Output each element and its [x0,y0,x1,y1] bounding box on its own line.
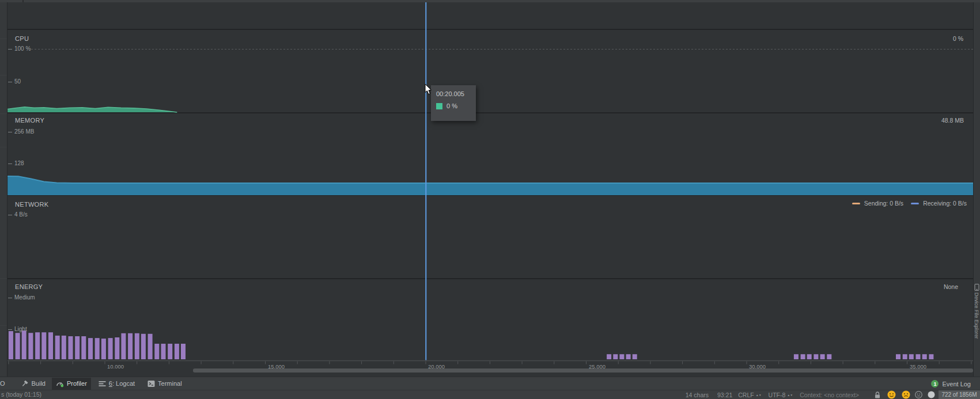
memory-256-tick [8,132,12,132]
energy-section-title[interactable]: ENERGY [15,283,43,290]
timeline-tooltip: 00:20.005 0 % [431,85,476,121]
memory-axis-256: 256 MB [14,128,34,135]
network-4bs-tick [8,215,12,215]
left-strip-separator [0,75,7,75]
left-strip-separator [0,39,7,39]
top-border-strip [0,0,980,2]
energy-axis-medium: Medium [14,294,35,301]
timeline-label-10s: 10.000 [107,363,124,370]
receiving-legend-swatch [911,203,919,204]
left-panel-edge[interactable] [0,2,7,377]
lock-icon[interactable] [875,392,880,398]
horizontal-scrollbar-thumb[interactable] [193,368,973,373]
file-encoding[interactable]: UTF-8 [769,392,786,398]
tab-profiler-selected[interactable]: Profiler [52,378,91,390]
memory-128-tick [8,164,12,164]
cpu-current-value: 0 % [953,35,963,42]
toolwindow-bar: DO Build Profiler [0,377,980,390]
memory-axis-128: 128 [14,160,24,166]
receiving-legend-label: Receiving: 0 B/s [923,200,967,207]
device-file-explorer-button[interactable]: Device File Explorer [973,282,980,374]
energy-medium-tick [8,298,12,298]
cpu-100-tick [8,49,12,50]
todo-label: DO [0,380,5,387]
line-separator[interactable]: CRLF [738,392,754,398]
profiler-label: Profiler [67,380,87,387]
tooltip-timestamp: 00:20.005 [436,90,476,97]
device-icon [974,284,979,291]
neutral-face-icon[interactable] [915,391,922,398]
char-count[interactable]: 14 chars [686,392,709,398]
context-indicator[interactable]: Context: <no context> [800,392,859,398]
terminal-label: Terminal [158,380,182,387]
device-file-explorer-label: Device File Explorer [974,292,979,339]
mouse-cursor [425,84,433,98]
energy-current-value: None [944,283,958,290]
cpu-50-tick [8,82,12,82]
sending-legend-swatch [852,203,860,204]
left-strip-separator [0,147,7,147]
tab-todo-cut[interactable]: DO [0,378,9,390]
event-log-badge-icon: 1 [931,380,939,387]
profiler-gauge-icon [56,380,64,387]
cpu-section-title[interactable]: CPU [15,35,29,42]
left-strip-separator [0,325,7,326]
line-separator-arrows-icon: ▲▼ [756,394,762,396]
energy-light-tick [8,329,12,330]
status-bar: s (today 01:15) 14 chars 93:21 CRLF ▲▼ U… [0,390,980,399]
cpu-axis-50: 50 [14,78,21,85]
caret-position[interactable]: 93:21 [717,392,732,398]
memory-indicator[interactable]: 722 of 1856M [939,390,980,399]
android-studio-profiler-window: Device File Explorer CPU 0 % 100 % 50 ME… [0,0,980,399]
tab-terminal[interactable]: Terminal [143,378,186,390]
profiler-timeline-canvas[interactable] [0,0,980,399]
network-legend: Sending: 0 B/s Receiving: 0 B/s [852,200,967,207]
logcat-label: : Logcat [112,380,135,387]
sending-legend-label: Sending: 0 B/s [864,200,903,207]
session-time-text: s (today 01:15) [1,391,41,398]
sad-face-icon[interactable] [902,390,910,399]
memory-current-value: 48.8 MB [941,117,964,124]
tab-event-log[interactable]: 1 Event Log [931,377,971,390]
network-section-title[interactable]: NETWORK [15,201,48,208]
tooltip-cpu-value: 0 % [447,102,457,109]
tooltip-cpu-swatch [436,103,442,109]
build-hammer-icon [21,380,29,387]
left-strip-separator [0,113,7,114]
encoding-arrows-icon: ▲▼ [787,394,793,396]
top-strip-notch [22,0,24,2]
network-axis-4bs: 4 B/s [14,211,28,218]
logcat-lines-icon [99,381,106,387]
happy-face-icon[interactable] [887,390,896,399]
cpu-axis-100: 100 % [14,45,31,52]
event-log-label: Event Log [942,381,971,387]
status-circle-icon[interactable] [928,391,935,398]
tab-logcat[interactable]: 6: Logcat [94,378,139,390]
terminal-icon [147,380,155,387]
left-strip-separator [0,278,7,279]
tab-build[interactable]: Build [17,378,50,390]
memory-section-title[interactable]: MEMORY [15,117,44,124]
energy-axis-light: Light [14,326,27,332]
build-label: Build [32,380,46,387]
